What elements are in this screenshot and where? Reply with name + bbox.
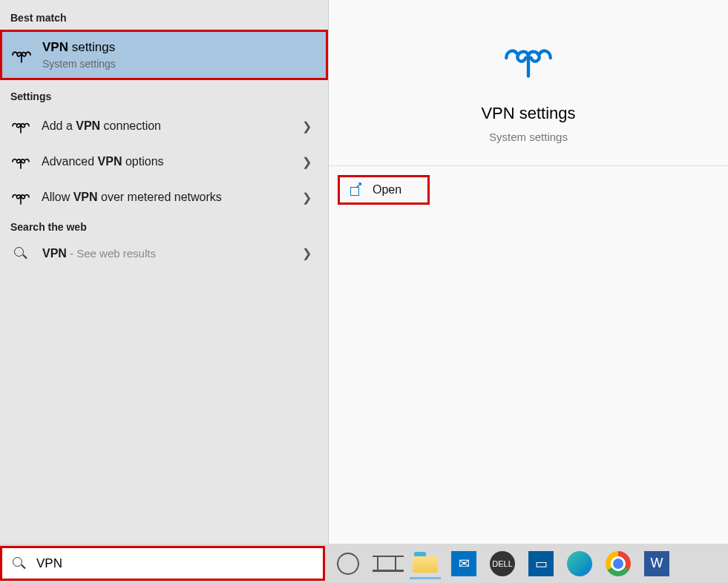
taskbar-search-box[interactable] <box>0 546 325 581</box>
app-tile-icon[interactable]: ▭ <box>525 548 557 579</box>
best-match-header: Best match <box>0 6 328 30</box>
best-match-item-vpn-settings[interactable]: VPN settings System settings <box>0 30 328 80</box>
preview-panel: VPN settings System settings Open <box>328 0 728 544</box>
preview-header: VPN settings System settings <box>329 0 728 166</box>
search-icon <box>13 557 26 570</box>
file-explorer-icon[interactable] <box>410 548 441 579</box>
settings-item-label: Add a VPN connection <box>42 119 302 133</box>
taskbar-icons: ✉ DELL ▭ W <box>328 548 672 579</box>
chrome-browser-icon[interactable] <box>603 548 634 579</box>
cortana-icon[interactable] <box>332 548 364 579</box>
task-view-icon[interactable] <box>371 548 402 579</box>
chevron-right-icon: ❯ <box>302 191 312 205</box>
edge-browser-icon[interactable] <box>564 548 595 579</box>
mail-app-icon[interactable]: ✉ <box>448 548 479 579</box>
chevron-right-icon: ❯ <box>302 246 312 260</box>
settings-item-advanced-vpn[interactable]: Advanced VPN options ❯ <box>0 144 328 179</box>
vpn-icon <box>11 45 32 65</box>
open-icon <box>350 184 362 196</box>
search-input[interactable] <box>36 556 315 571</box>
vpn-icon <box>10 151 31 172</box>
vpn-icon <box>10 116 31 136</box>
best-match-subtitle: System settings <box>42 57 116 70</box>
settings-header: Settings <box>0 85 328 108</box>
taskbar: ✉ DELL ▭ W <box>0 544 728 583</box>
best-match-text: VPN settings System settings <box>42 39 116 70</box>
vpn-icon <box>502 37 554 82</box>
word-app-icon[interactable]: W <box>641 548 672 579</box>
dell-app-icon[interactable]: DELL <box>487 548 518 579</box>
vpn-icon <box>10 187 31 208</box>
chevron-right-icon: ❯ <box>302 119 312 134</box>
settings-item-add-vpn[interactable]: Add a VPN connection ❯ <box>0 108 328 144</box>
search-web-header: Search the web <box>0 215 328 239</box>
settings-item-label: Allow VPN over metered networks <box>42 191 302 204</box>
preview-subtitle: System settings <box>489 131 568 143</box>
best-match-title: VPN settings <box>42 39 116 56</box>
settings-item-allow-vpn-metered[interactable]: Allow VPN over metered networks ❯ <box>0 179 328 215</box>
web-result-label: VPN - See web results <box>42 247 302 260</box>
search-results-panel: Best match VPN settings System settings … <box>0 0 328 544</box>
open-button[interactable]: Open <box>338 175 430 205</box>
chevron-right-icon: ❯ <box>302 155 312 169</box>
settings-item-label: Advanced VPN options <box>42 155 302 168</box>
search-icon <box>14 247 27 260</box>
preview-title: VPN settings <box>481 104 575 123</box>
open-label: Open <box>373 183 401 197</box>
web-result-vpn[interactable]: VPN - See web results ❯ <box>0 239 328 268</box>
